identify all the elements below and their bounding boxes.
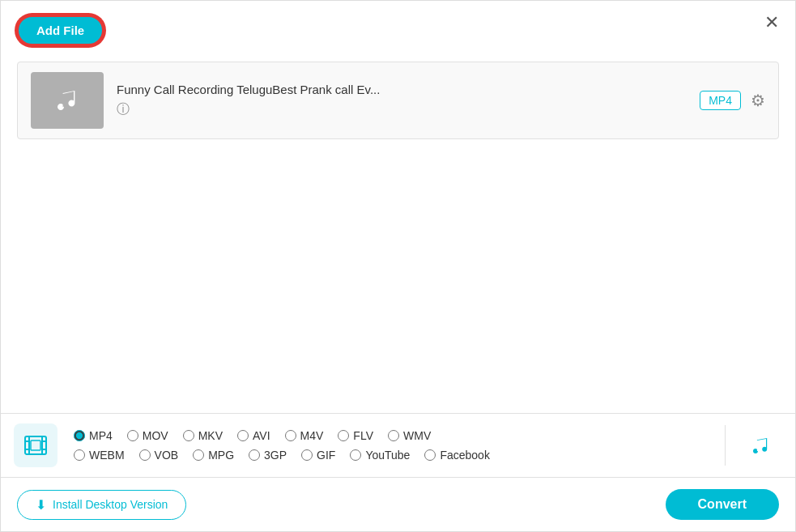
action-bar: ⬇ Install Desktop Version Convert [1, 478, 795, 531]
radio-m4v[interactable] [285, 430, 296, 441]
radio-vob[interactable] [139, 449, 151, 461]
format-divider [725, 425, 726, 466]
file-item: Funny Call Recording TeluguBest Prank ca… [18, 62, 778, 138]
format-row-1: MP4 MOV MKV AVI M4V [74, 429, 712, 442]
format-option-m4v[interactable]: M4V [285, 429, 324, 442]
format-option-flv[interactable]: FLV [338, 429, 373, 442]
file-info: Funny Call Recording TeluguBest Prank ca… [117, 83, 687, 118]
format-option-avi[interactable]: AVI [237, 429, 270, 442]
add-file-button[interactable]: Add File [17, 15, 104, 45]
install-label: Install Desktop Version [53, 498, 168, 511]
radio-youtube[interactable] [350, 449, 361, 461]
audio-format-tab[interactable] [739, 423, 782, 467]
format-badge[interactable]: MP4 [700, 91, 741, 110]
radio-mov[interactable] [127, 430, 138, 441]
format-row-2: WEBM VOB MPG 3GP GIF [74, 449, 712, 462]
format-bar: MP4 MOV MKV AVI M4V [1, 414, 795, 478]
close-button[interactable]: ✕ [764, 14, 779, 32]
file-actions: MP4 ⚙ [700, 91, 765, 110]
radio-3gp[interactable] [249, 449, 260, 461]
music-note-icon [51, 84, 83, 117]
format-options-container: MP4 MOV MKV AVI M4V [74, 429, 712, 462]
radio-wmv[interactable] [388, 430, 399, 441]
svg-rect-7 [31, 440, 40, 450]
radio-mkv[interactable] [183, 430, 194, 441]
file-thumbnail [31, 72, 104, 129]
format-option-vob[interactable]: VOB [139, 449, 179, 462]
format-option-gif[interactable]: GIF [301, 449, 335, 462]
format-option-wmv[interactable]: WMV [388, 429, 431, 442]
radio-gif[interactable] [301, 449, 313, 461]
radio-facebook[interactable] [424, 449, 436, 461]
format-option-mov[interactable]: MOV [127, 429, 168, 442]
download-icon: ⬇ [36, 497, 46, 513]
format-option-mp4[interactable]: MP4 [74, 429, 113, 442]
install-desktop-button[interactable]: ⬇ Install Desktop Version [17, 490, 186, 520]
radio-avi[interactable] [237, 430, 249, 441]
file-name: Funny Call Recording TeluguBest Prank ca… [117, 83, 687, 96]
format-option-mpg[interactable]: MPG [193, 449, 234, 462]
svg-rect-0 [25, 436, 46, 454]
film-icon [23, 433, 48, 458]
radio-flv[interactable] [338, 430, 349, 441]
format-option-webm[interactable]: WEBM [74, 449, 125, 462]
format-option-facebook[interactable]: Facebook [424, 449, 489, 462]
info-icon[interactable]: ⓘ [117, 102, 130, 116]
radio-mpg[interactable] [193, 449, 204, 461]
radio-mp4[interactable] [74, 430, 85, 441]
video-format-tab[interactable] [14, 423, 57, 467]
file-list: Funny Call Recording TeluguBest Prank ca… [17, 62, 779, 139]
radio-webm[interactable] [74, 449, 85, 461]
bottom-section: MP4 MOV MKV AVI M4V [1, 413, 795, 531]
format-option-3gp[interactable]: 3GP [249, 449, 287, 462]
music-icon [748, 433, 773, 458]
middle-area [1, 147, 795, 431]
format-option-mkv[interactable]: MKV [183, 429, 223, 442]
convert-button[interactable]: Convert [666, 489, 779, 520]
top-bar: Add File ✕ [1, 1, 795, 53]
format-option-youtube[interactable]: YouTube [350, 449, 410, 462]
settings-icon[interactable]: ⚙ [751, 91, 765, 110]
